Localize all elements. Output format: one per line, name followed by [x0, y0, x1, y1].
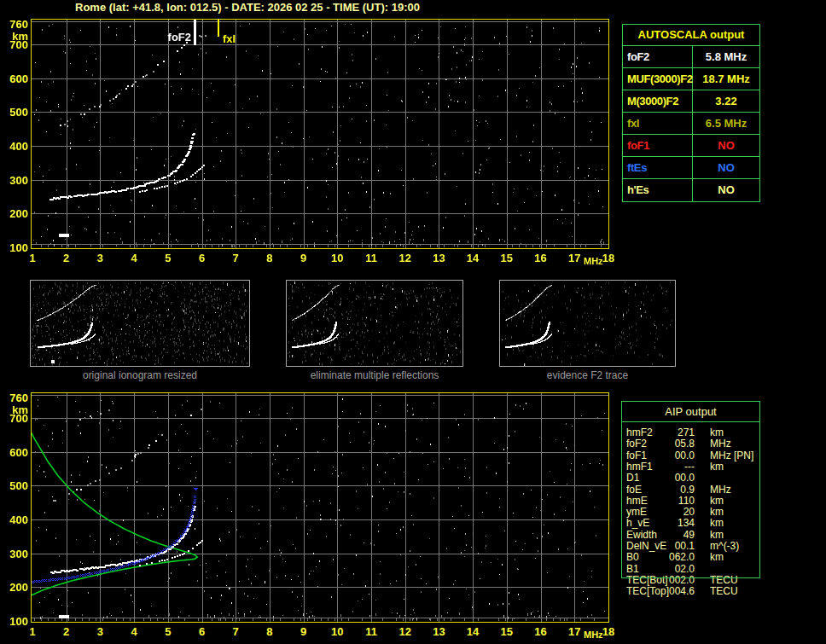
aip-row-Ewidth: Ewidth49km [621, 529, 760, 540]
aip-param-unit: km [710, 517, 724, 529]
autoscala-table-rows: foF25.8 MHzMUF(3000)F218.7 MHzM(3000)F23… [623, 46, 759, 201]
x-tick-label: 16 [528, 625, 554, 638]
autoscala-table-header: AUTOSCALA output [623, 25, 759, 46]
aip-param-unit: km [710, 529, 724, 541]
aip-param-unit: MHz [710, 484, 731, 496]
x-tick-label: 1 [20, 252, 45, 264]
x-tick-label: 10 [324, 252, 350, 264]
aip-param-label: h_vE [626, 517, 649, 529]
aip-table-header: AIP output [622, 402, 759, 422]
fxI-marker-label: fxI [223, 32, 236, 45]
x-tick-label: 1 [20, 625, 45, 638]
x-tick-label: 13 [426, 252, 451, 264]
y-tick-label: 500 [0, 106, 28, 119]
x-tick-label: 2 [54, 252, 79, 264]
aip-param-unit: m^(-3) [710, 540, 739, 552]
x-tick-label: 13 [426, 625, 451, 638]
aip-param-unit: km [710, 461, 724, 473]
autoscala-param-value: 5.8 MHz [693, 46, 759, 67]
x-tick-label: 5 [155, 625, 181, 638]
aip-param-unit: km [710, 551, 724, 563]
aip-param-value: 271 [655, 426, 695, 438]
autoscala-param-label: MUF(3000)F2 [623, 68, 693, 90]
x-axis-unit-label: MHz [584, 256, 603, 266]
aip-param-label: foF2 [626, 438, 647, 450]
autoscala-row-MUF(3000)F2: MUF(3000)F218.7 MHz [623, 68, 759, 90]
foF2-marker-label: foF2 [157, 31, 191, 44]
x-tick-label: 7 [223, 625, 248, 638]
x-axis-unit-label: MHz [584, 629, 603, 640]
autoscala-param-label: fxI [623, 113, 693, 134]
autoscala-param-label: foF2 [623, 46, 693, 67]
autoscala-row-ftEs: ftEsNO [623, 157, 759, 179]
aip-param-unit: TECU [710, 574, 738, 586]
aip-param-unit: MHz [710, 438, 731, 450]
autoscala-param-value: 18.7 MHz [693, 68, 759, 90]
x-tick-label: 8 [257, 252, 282, 264]
aip-param-unit: TECU [710, 585, 738, 597]
y-tick-label: 760 [0, 392, 28, 404]
aip-param-label: foE [626, 484, 642, 496]
x-tick-label: 15 [494, 252, 520, 264]
thumbnail-caption-eliminate: eliminate multiple reflections [286, 369, 463, 381]
thumbnail-evidence-f2-trace [499, 280, 676, 367]
aip-row-TEC[Bot]: TEC[Bot]002.0TECU [621, 574, 760, 585]
aip-param-value: --- [655, 461, 695, 473]
y-tick-label: 700 [0, 38, 28, 51]
aip-param-extra: [PN] [734, 450, 753, 461]
y-tick-label: 700 [0, 412, 28, 425]
thumbnail-caption-original: original ionogram resized [30, 369, 250, 381]
aip-row-ymE: ymE20km [621, 506, 760, 517]
aip-param-label: D1 [626, 472, 639, 484]
autoscala-row-foF1: foF1NO [623, 135, 759, 157]
aip-param-label: ymE [626, 506, 647, 518]
aip-row-foF2: foF205.8MHz [621, 438, 760, 449]
autoscala-param-label: ftEs [623, 157, 693, 178]
aip-param-value: 062.0 [655, 551, 695, 563]
aip-param-value: 00.0 [655, 450, 695, 461]
aip-param-value: 134 [655, 517, 695, 529]
x-tick-label: 12 [393, 625, 418, 638]
aip-param-label: Ewidth [626, 529, 657, 541]
x-tick-label: 6 [189, 625, 215, 638]
x-tick-label: 15 [494, 625, 520, 638]
aip-param-unit: km [710, 495, 724, 507]
x-tick-label: 4 [121, 252, 147, 264]
autoscala-param-label: foF1 [623, 135, 693, 156]
x-tick-label: 8 [257, 625, 282, 638]
autoscala-param-value: 3.22 [693, 90, 759, 112]
aip-row-DelN_vE: DelN_vE00.1m^(-3) [621, 540, 760, 551]
aip-param-value: 05.8 [655, 438, 695, 450]
x-tick-label: 14 [460, 252, 486, 264]
aip-row-B0: B0062.0km [621, 551, 760, 562]
autoscala-param-value: 6.5 MHz [693, 113, 759, 134]
x-tick-label: 4 [121, 625, 147, 638]
y-tick-label: 200 [0, 581, 28, 594]
aip-row-B1: B102.0 [621, 563, 760, 574]
autoscala-param-value: NO [693, 157, 759, 178]
aip-param-label: foF1 [626, 450, 647, 461]
aip-param-label: hmF2 [626, 426, 653, 438]
aip-row-hmF1: hmF1---km [621, 461, 760, 472]
autoscala-row-M(3000)F2: M(3000)F23.22 [623, 90, 759, 113]
thumbnail-caption-evidence: evidence F2 trace [499, 369, 676, 381]
y-tick-label: 300 [0, 174, 28, 187]
autoscala-row-fxI: fxI6.5 MHz [623, 113, 759, 135]
x-tick-label: 16 [528, 252, 554, 264]
aip-param-value: 02.0 [655, 563, 695, 575]
aip-param-label: hmF1 [626, 461, 653, 473]
aip-param-unit: km [710, 426, 724, 438]
x-tick-label: 9 [291, 625, 317, 638]
aip-row-hmF2: hmF2271km [621, 426, 760, 438]
thumbnail-original-ionogram [30, 280, 250, 367]
y-tick-label: 600 [0, 446, 28, 459]
autoscala-row-h'Es: h'EsNO [623, 179, 759, 201]
x-tick-label: 6 [189, 252, 215, 264]
y-tick-label: 400 [0, 140, 28, 153]
x-tick-label: 7 [223, 252, 248, 264]
y-tick-label: 400 [0, 513, 28, 526]
x-tick-label: 5 [155, 252, 181, 264]
aip-param-unit: MHz [710, 450, 731, 461]
page-title: Rome (lat: +41.8, lon: 012.5) - DATE: 20… [75, 1, 420, 14]
aip-row-h_vE: h_vE134km [621, 517, 760, 528]
